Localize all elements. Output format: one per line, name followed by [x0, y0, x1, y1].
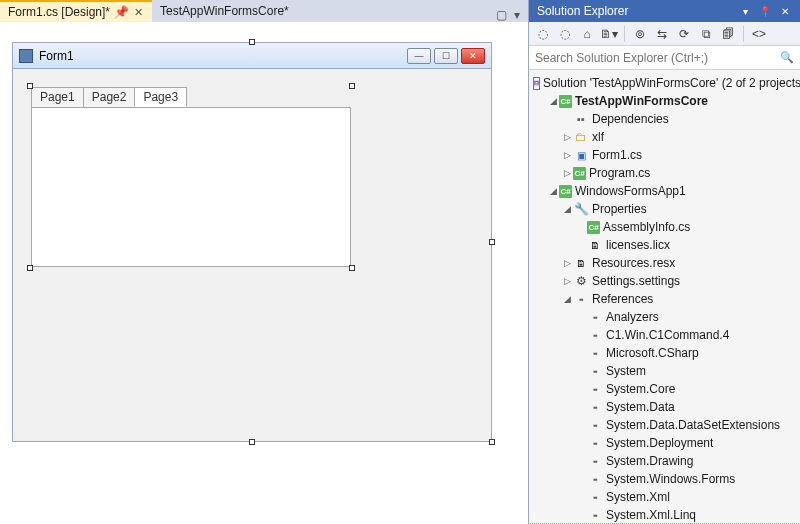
reference-icon: ▪▪ [587, 399, 603, 415]
tree-label: System.Windows.Forms [606, 472, 735, 486]
tree-references[interactable]: ◢▪▪References [529, 290, 800, 308]
tree-ref[interactable]: ▪▪System.Xml.Linq [529, 506, 800, 524]
switch-views-icon[interactable]: 🗎▾ [599, 24, 619, 44]
tree-ref[interactable]: ▪▪System.Core [529, 380, 800, 398]
tree-file[interactable]: ▷C#Program.cs [529, 164, 800, 182]
resize-handle[interactable] [27, 83, 33, 89]
panel-title-label: Solution Explorer [537, 4, 732, 18]
resize-handle[interactable] [27, 265, 33, 271]
tree-label: System.Data.DataSetExtensions [606, 418, 780, 432]
form-client-area[interactable]: Page1 Page2 Page3 [13, 69, 491, 441]
expander-icon[interactable]: ◢ [561, 294, 573, 304]
tree-dependencies[interactable]: ▪▪Dependencies [529, 110, 800, 128]
solution-explorer-panel: Solution Explorer ▾ 📍 ✕ ◌ ◌ ⌂ 🗎▾ ⊚ ⇆ ⟳ ⧉… [528, 0, 800, 524]
tree-label: System.Deployment [606, 436, 713, 450]
tab-control[interactable]: Page1 Page2 Page3 [31, 87, 351, 267]
tabpage-1[interactable]: Page1 [31, 87, 84, 107]
resize-handle-top[interactable] [249, 39, 255, 45]
tree-ref[interactable]: ▪▪Analyzers [529, 308, 800, 326]
tree-label: licenses.licx [606, 238, 670, 252]
expander-icon[interactable]: ▷ [561, 258, 573, 268]
csharp-icon: C# [587, 221, 600, 234]
tree-solution[interactable]: ⧈Solution 'TestAppWinFormsCore' (2 of 2 … [529, 74, 800, 92]
expander-icon[interactable]: ▷ [561, 132, 573, 142]
resize-handle[interactable] [349, 83, 355, 89]
document-tab-label: TestAppWinFormsCore* [160, 4, 289, 18]
sync-icon[interactable]: ⇆ [652, 24, 672, 44]
tree-file[interactable]: ▷▣Form1.cs [529, 146, 800, 164]
reference-icon: ▪▪ [587, 381, 603, 397]
solution-tree[interactable]: ⧈Solution 'TestAppWinFormsCore' (2 of 2 … [529, 70, 800, 524]
tree-label: Resources.resx [592, 256, 675, 270]
tree-file[interactable]: ▷🗎Resources.resx [529, 254, 800, 272]
tree-ref[interactable]: ▪▪System [529, 362, 800, 380]
search-icon[interactable]: 🔍 [780, 51, 794, 64]
search-input[interactable] [535, 51, 780, 65]
tree-project[interactable]: ◢C#WindowsFormsApp1 [529, 182, 800, 200]
tree-ref[interactable]: ▪▪System.Drawing [529, 452, 800, 470]
reference-icon: ▪▪ [587, 489, 603, 505]
chevron-down-icon[interactable]: ▾ [510, 8, 524, 22]
expander-icon[interactable]: ▷ [561, 276, 573, 286]
csharp-icon: C# [573, 167, 586, 180]
winforms-form[interactable]: Form1 — ☐ ✕ Page1 Page2 Page3 [12, 42, 492, 442]
tree-label: System.Drawing [606, 454, 693, 468]
tree-project[interactable]: ◢C#TestAppWinFormsCore [529, 92, 800, 110]
resize-handle[interactable] [349, 265, 355, 271]
home-icon[interactable]: ⌂ [577, 24, 597, 44]
gear-icon: ⚙ [573, 273, 589, 289]
reference-icon: ▪▪ [587, 363, 603, 379]
tree-label: Microsoft.CSharp [606, 346, 699, 360]
reference-icon: ▪▪ [587, 345, 603, 361]
search-box[interactable]: 🔍 [529, 46, 800, 70]
refresh-icon[interactable]: ⟳ [674, 24, 694, 44]
tree-ref[interactable]: ▪▪System.Xml [529, 488, 800, 506]
tabpage-3[interactable]: Page3 [134, 87, 187, 107]
document-tab-form1[interactable]: Form1.cs [Design]* 📌 ✕ [0, 0, 152, 22]
tree-label: References [592, 292, 653, 306]
design-surface[interactable]: Form1 — ☐ ✕ Page1 Page2 Page3 [0, 22, 528, 524]
expander-icon[interactable]: ◢ [547, 186, 559, 196]
close-button[interactable]: ✕ [461, 48, 485, 64]
separator [624, 26, 625, 42]
reference-icon: ▪▪ [587, 417, 603, 433]
expander-icon[interactable]: ▷ [561, 168, 573, 178]
expander-icon[interactable]: ◢ [547, 96, 559, 106]
tree-file[interactable]: 🗎licenses.licx [529, 236, 800, 254]
tree-label: System.Xml [606, 490, 670, 504]
tree-ref[interactable]: ▪▪System.Data [529, 398, 800, 416]
pin-icon[interactable]: 📍 [758, 4, 772, 18]
tree-file[interactable]: C#AssemblyInfo.cs [529, 218, 800, 236]
panel-titlebar[interactable]: Solution Explorer ▾ 📍 ✕ [529, 0, 800, 22]
expander-icon[interactable]: ▷ [561, 150, 573, 160]
tabpage-content[interactable] [31, 107, 351, 267]
forward-icon[interactable]: ◌ [555, 24, 575, 44]
tree-label: Settings.settings [592, 274, 680, 288]
maximize-button[interactable]: ☐ [434, 48, 458, 64]
show-all-files-icon[interactable]: 🗐 [718, 24, 738, 44]
properties-icon[interactable]: <> [749, 24, 769, 44]
filter-icon[interactable]: ⊚ [630, 24, 650, 44]
window-position-icon[interactable]: ▾ [738, 4, 752, 18]
tree-ref[interactable]: ▪▪System.Deployment [529, 434, 800, 452]
tree-ref[interactable]: ▪▪C1.Win.C1Command.4 [529, 326, 800, 344]
collapse-all-icon[interactable]: ⧉ [696, 24, 716, 44]
references-icon: ▪▪ [573, 291, 589, 307]
form-titlebar[interactable]: Form1 — ☐ ✕ [13, 43, 491, 69]
tabpage-2[interactable]: Page2 [83, 87, 136, 107]
tree-file[interactable]: ▷⚙Settings.settings [529, 272, 800, 290]
document-tab-testapp[interactable]: TestAppWinFormsCore* [152, 0, 297, 22]
tree-label: System [606, 364, 646, 378]
preview-icon[interactable]: ▢ [494, 8, 508, 22]
tree-properties[interactable]: ◢🔧Properties [529, 200, 800, 218]
tree-ref[interactable]: ▪▪System.Windows.Forms [529, 470, 800, 488]
close-icon[interactable]: ✕ [778, 4, 792, 18]
minimize-button[interactable]: — [407, 48, 431, 64]
pin-icon[interactable]: 📌 [116, 7, 126, 17]
tree-ref[interactable]: ▪▪Microsoft.CSharp [529, 344, 800, 362]
expander-icon[interactable]: ◢ [561, 204, 573, 214]
back-icon[interactable]: ◌ [533, 24, 553, 44]
close-icon[interactable]: ✕ [132, 6, 144, 18]
tree-folder[interactable]: ▷🗀xlf [529, 128, 800, 146]
tree-ref[interactable]: ▪▪System.Data.DataSetExtensions [529, 416, 800, 434]
